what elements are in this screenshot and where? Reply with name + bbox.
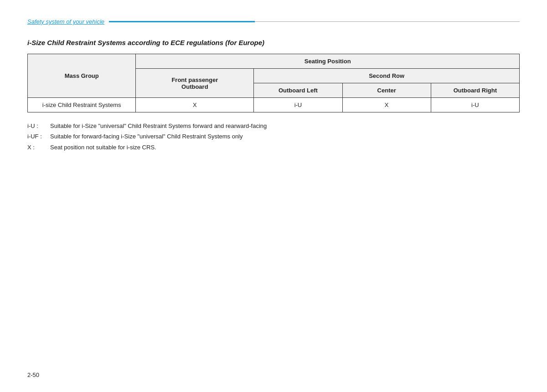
th-outboard-left: Outboard Left: [254, 83, 342, 98]
th-second-row: Second Row: [254, 69, 520, 83]
header-line-blue: [109, 21, 255, 22]
legend-desc-iuf: Suitable for forward-facing i-Size "univ…: [50, 131, 243, 142]
cell-outboard-right: i-U: [431, 98, 519, 112]
table-row: i-size Child Restraint Systems X i-U X i…: [28, 98, 520, 112]
header-bar: Safety system of your vehicle: [27, 18, 520, 25]
cell-outboard-left: i-U: [254, 98, 342, 112]
th-center: Center: [342, 83, 431, 98]
cell-center: X: [342, 98, 431, 112]
section-title: i-Size Child Restraint Systems according…: [27, 39, 520, 46]
page-container: Safety system of your vehicle i-Size Chi…: [0, 0, 547, 180]
th-seating-position: Seating Position: [136, 54, 520, 69]
th-mass-group: Mass Group: [28, 54, 136, 98]
legend-key-x: X :: [27, 142, 50, 153]
legend-desc-iu: Suitable for i-Size "universal" Child Re…: [50, 121, 267, 131]
header-line-gray: [255, 21, 520, 22]
legend-key-iuf: i-UF :: [27, 131, 50, 142]
legend-item-iuf: i-UF : Suitable for forward-facing i-Siz…: [27, 131, 520, 142]
th-outboard-right: Outboard Right: [431, 83, 519, 98]
legend-item-x: X : Seat position not suitable for i-siz…: [27, 142, 520, 153]
header-title: Safety system of your vehicle: [27, 18, 104, 25]
legend-item-iu: i-U : Suitable for i-Size "universal" Ch…: [27, 121, 520, 131]
legend-desc-x: Seat position not suitable for i-size CR…: [50, 142, 156, 153]
cell-mass-group: i-size Child Restraint Systems: [28, 98, 136, 112]
cell-front-passenger: X: [136, 98, 254, 112]
restraint-table: Mass Group Seating Position Front passen…: [27, 54, 520, 112]
page-number: 2-50: [27, 372, 39, 378]
th-front-passenger: Front passengerOutboard: [136, 69, 254, 98]
legend-key-iu: i-U :: [27, 121, 50, 131]
legend: i-U : Suitable for i-Size "universal" Ch…: [27, 121, 520, 153]
